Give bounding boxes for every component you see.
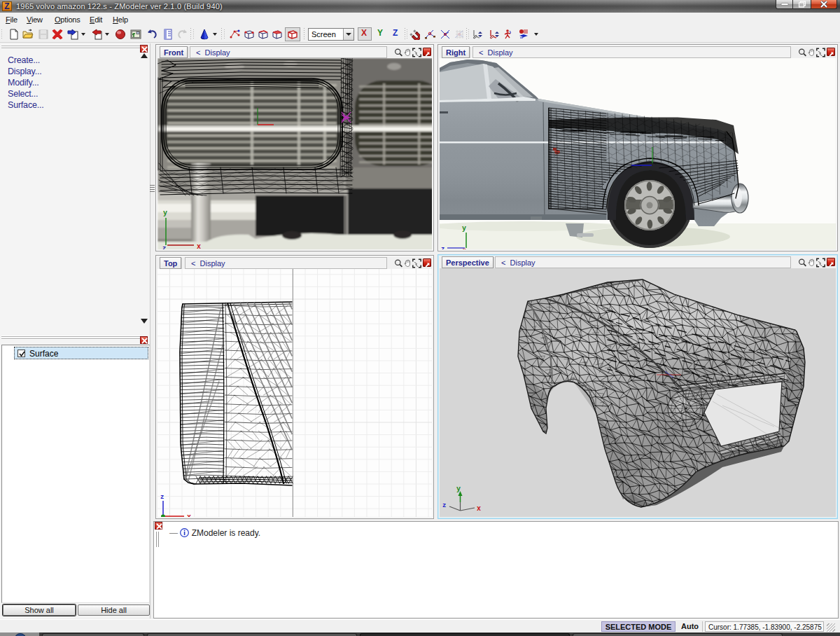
svg-text:z: z bbox=[160, 494, 164, 501]
svg-text:x: x bbox=[477, 505, 481, 513]
svg-text:z: z bbox=[441, 246, 444, 249]
svg-text:x: x bbox=[463, 247, 466, 249]
svg-text:z: z bbox=[442, 502, 446, 509]
svg-text:z: z bbox=[162, 245, 166, 249]
svg-text:y: y bbox=[163, 209, 167, 217]
svg-text:x: x bbox=[197, 243, 201, 249]
svg-text:y: y bbox=[462, 225, 466, 233]
svg-text:x: x bbox=[187, 513, 191, 517]
